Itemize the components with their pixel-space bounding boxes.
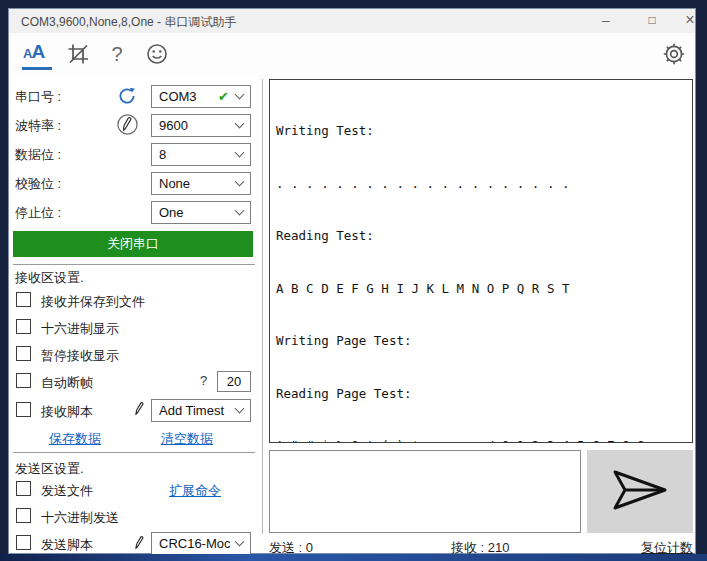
baud-rate-select[interactable]: 9600 <box>151 114 251 137</box>
font-settings-icon[interactable]: AA <box>23 41 44 63</box>
auto-frame-help-icon[interactable]: ? <box>200 373 207 388</box>
parity-label: 校验位 : <box>15 175 61 193</box>
edit-baud-icon[interactable] <box>116 113 139 140</box>
com-port-label: 串口号 : <box>15 88 61 106</box>
extended-commands-link[interactable]: 扩展命令 <box>169 482 221 500</box>
data-bits-value: 8 <box>159 147 236 162</box>
hex-send-checkbox[interactable] <box>16 508 31 523</box>
display-line: Reading Test: <box>276 227 686 245</box>
send-script-checkbox[interactable] <box>16 535 31 550</box>
desktop-background-strip <box>0 554 707 561</box>
parity-value: None <box>159 176 236 191</box>
receive-script-value: Add Timest <box>159 403 236 418</box>
receive-display-area[interactable]: Writing Test: . . . . . . . . . . . . . … <box>269 79 693 443</box>
send-script-label[interactable]: 发送脚本 <box>41 536 93 554</box>
help-icon[interactable]: ? <box>105 42 129 66</box>
smiley-icon[interactable] <box>145 42 169 66</box>
crop-icon[interactable] <box>66 42 90 66</box>
display-line: Reading Page Test: <box>276 385 686 403</box>
pause-receive-label[interactable]: 暂停接收显示 <box>41 347 119 365</box>
clear-data-link[interactable]: 清空数据 <box>161 430 213 448</box>
com-ok-check-icon: ✔ <box>218 89 229 104</box>
auto-frame-checkbox[interactable] <box>16 373 31 388</box>
close-button[interactable]: × <box>673 9 707 33</box>
chevron-down-icon <box>235 537 245 547</box>
hex-send-label[interactable]: 十六进制发送 <box>41 509 119 527</box>
com-port-select[interactable]: COM3 ✔ <box>151 85 251 108</box>
send-settings-title: 发送区设置. <box>15 460 84 478</box>
display-line: . . . . . . . . . . . . . . . . . . . . <box>276 175 686 193</box>
maximize-button[interactable]: □ <box>635 9 669 33</box>
display-line: Writing Page Test: <box>276 332 686 350</box>
toolbar: AA ? <box>9 33 695 77</box>
app-window: COM3,9600,None,8,One - 串口调试助手 – □ × AA ?… <box>8 8 696 554</box>
auto-frame-ms-input[interactable]: 20 <box>217 371 251 392</box>
send-script-value: CRC16-Moc <box>159 536 236 551</box>
chevron-down-icon <box>235 90 245 100</box>
display-line: A B C D E F G H I J K L M N O P Q R S T <box>276 280 686 298</box>
send-script-select[interactable]: CRC16-Moc <box>151 532 251 555</box>
parity-select[interactable]: None <box>151 172 251 195</box>
chevron-down-icon <box>235 119 245 129</box>
stop-bits-value: One <box>159 205 236 220</box>
chevron-down-icon <box>235 206 245 216</box>
chevron-down-icon <box>235 404 245 414</box>
save-to-file-checkbox[interactable] <box>16 292 31 307</box>
edit-receive-script-icon[interactable] <box>131 400 148 421</box>
send-input[interactable] <box>269 450 581 533</box>
save-to-file-label[interactable]: 接收并保存到文件 <box>41 293 145 311</box>
send-file-label[interactable]: 发送文件 <box>41 482 93 500</box>
settings-gear-icon[interactable] <box>661 41 685 65</box>
paper-plane-icon <box>609 467 671 516</box>
edit-send-script-icon[interactable] <box>131 534 148 555</box>
auto-frame-label[interactable]: 自动断帧 <box>41 374 93 392</box>
receive-settings-title: 接收区设置. <box>15 269 84 287</box>
chevron-down-icon <box>235 148 245 158</box>
hex-display-checkbox[interactable] <box>16 319 31 334</box>
close-serial-port-button[interactable]: 关闭串口 <box>13 231 253 257</box>
stop-bits-select[interactable]: One <box>151 201 251 224</box>
stop-bits-label: 停止位 : <box>15 204 61 222</box>
send-file-checkbox[interactable] <box>16 481 31 496</box>
divider <box>13 452 255 453</box>
baud-rate-label: 波特率 : <box>15 117 61 135</box>
panel-splitter[interactable] <box>262 79 263 534</box>
send-button[interactable] <box>587 450 693 533</box>
baud-rate-value: 9600 <box>159 118 236 133</box>
receive-script-checkbox[interactable] <box>16 402 31 417</box>
chevron-down-icon <box>235 177 245 187</box>
receive-script-select[interactable]: Add Timest <box>151 399 251 422</box>
data-bits-label: 数据位 : <box>15 146 61 164</box>
hex-display-label[interactable]: 十六进制显示 <box>41 320 119 338</box>
minimize-button[interactable]: – <box>589 9 623 33</box>
display-line: ! " # $ % & ' ( ) * + , - . / 0 1 2 3 4 … <box>276 437 686 443</box>
font-active-underline <box>22 67 52 70</box>
pause-receive-checkbox[interactable] <box>16 346 31 361</box>
display-line: Writing Test: <box>276 122 686 140</box>
rescan-ports-icon[interactable] <box>117 86 137 110</box>
window-title: COM3,9600,None,8,One - 串口调试助手 <box>21 14 236 31</box>
save-data-link[interactable]: 保存数据 <box>49 430 101 448</box>
data-bits-select[interactable]: 8 <box>151 143 251 166</box>
receive-script-label[interactable]: 接收脚本 <box>41 403 93 421</box>
divider <box>13 264 255 265</box>
com-port-value: COM3 <box>159 89 218 104</box>
title-bar: COM3,9600,None,8,One - 串口调试助手 – □ × <box>9 9 695 33</box>
